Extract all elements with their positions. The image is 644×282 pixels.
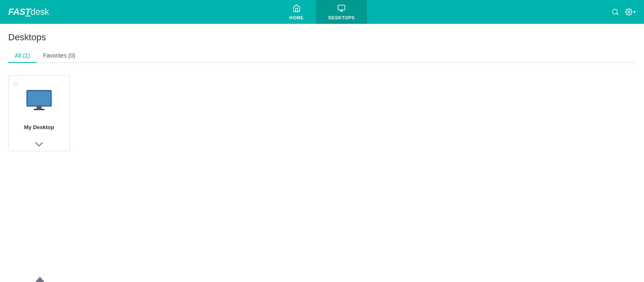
monitor-svg-icon: [25, 89, 53, 111]
desktop-card-my-desktop[interactable]: ☆ My Desktop: [8, 75, 70, 151]
search-button[interactable]: [612, 8, 619, 16]
home-icon: [292, 4, 301, 14]
tabs: All (1) Favorites (0): [8, 49, 636, 63]
nav-home[interactable]: HOME: [277, 0, 316, 24]
card-name: My Desktop: [24, 124, 54, 130]
header: FASTdesk HOME DESKTOPS ▾: [0, 0, 644, 24]
svg-rect-0: [338, 5, 345, 10]
settings-arrow: ▾: [633, 9, 636, 15]
svg-rect-7: [28, 91, 51, 106]
svg-rect-8: [37, 106, 42, 109]
nav-desktops-label: DESKTOPS: [328, 15, 354, 20]
main-content: Desktops All (1) Favorites (0) ☆: [0, 24, 644, 282]
nav-desktops[interactable]: DESKTOPS: [316, 0, 367, 24]
tab-all[interactable]: All (1): [8, 49, 37, 63]
card-expand-chevron[interactable]: [35, 141, 43, 148]
tab-favorites[interactable]: Favorites (0): [37, 49, 82, 63]
page-title: Desktops: [8, 32, 636, 43]
gear-icon: [625, 8, 632, 16]
settings-button[interactable]: ▾: [625, 8, 636, 16]
svg-point-5: [628, 11, 630, 13]
desktops-icon: [338, 4, 346, 14]
logo: FASTdesk: [8, 7, 49, 17]
header-actions: ▾: [612, 8, 636, 16]
svg-rect-9: [34, 109, 44, 111]
search-icon: [612, 8, 619, 16]
favorite-star-icon[interactable]: ☆: [13, 80, 19, 88]
nav-home-label: HOME: [289, 15, 303, 20]
card-monitor: [25, 89, 53, 111]
panel-arrow: [35, 277, 45, 282]
main-nav: HOME DESKTOPS: [277, 0, 367, 24]
cards-grid: ☆ My Desktop: [8, 75, 636, 151]
svg-line-4: [616, 13, 618, 14]
card-area: ☆ My Desktop: [8, 71, 636, 155]
